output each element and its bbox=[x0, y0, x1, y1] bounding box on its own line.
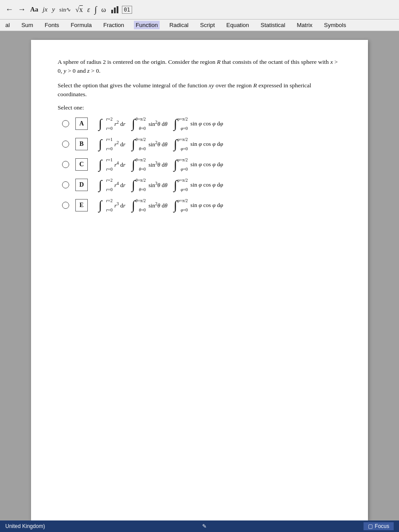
epsilon-icon[interactable]: ε bbox=[86, 5, 92, 15]
cursor-icon: ✎ bbox=[202, 523, 207, 529]
svg-rect-2 bbox=[117, 6, 118, 13]
italic-y-icon[interactable]: y bbox=[50, 5, 57, 14]
problem-text-1: A sphere of radius 2 is centered on the … bbox=[58, 58, 341, 76]
menu-sum[interactable]: Sum bbox=[20, 21, 35, 29]
options-list: A ∫ r=2 r=0 r2 dr ∫ θ=π/2 θ=0 sin bbox=[62, 117, 341, 211]
statusbar: United Kingdom) ✎ ▢ Focus bbox=[0, 520, 399, 532]
option-c-int2: ∫ θ=π/2 θ=0 bbox=[127, 158, 140, 171]
option-c-math: ∫ r=1 r=0 r4 dr ∫ θ=π/2 θ=0 sin3θ dθ ∫ φ… bbox=[94, 158, 223, 171]
menu-matrix[interactable]: Matrix bbox=[295, 21, 314, 29]
document-area: A sphere of radius 2 is centered on the … bbox=[0, 31, 399, 520]
option-c-int1: ∫ r=1 r=0 bbox=[94, 158, 106, 171]
option-d-int2: ∫ θ=π/2 θ=0 bbox=[127, 179, 140, 191]
toolbar: ← → Aa jx y sin∿ √x ε ∫ ω 01 bbox=[0, 0, 399, 20]
option-e-int2: ∫ θ=π/2 θ=0 bbox=[127, 199, 140, 211]
undo-icon[interactable]: ← bbox=[4, 4, 15, 15]
option-d-letter[interactable]: D bbox=[75, 179, 88, 191]
option-b-int3: ∫ φ=π/2 φ=0 bbox=[169, 138, 182, 150]
focus-label: Focus bbox=[375, 523, 389, 529]
option-b-int1: ∫ r=1 r=0 bbox=[94, 138, 106, 150]
option-e-int3: ∫ φ=π/2 φ=0 bbox=[169, 199, 182, 211]
focus-button[interactable]: ▢ Focus bbox=[364, 522, 394, 530]
menu-statistical[interactable]: Statistical bbox=[259, 21, 287, 29]
problem-text-2: Select the option that gives the volume … bbox=[58, 81, 341, 99]
font-aa-icon[interactable]: Aa bbox=[28, 5, 40, 14]
italic-jx-icon[interactable]: jx bbox=[41, 5, 49, 14]
menu-symbols[interactable]: Symbols bbox=[322, 21, 348, 29]
integral-icon[interactable]: ∫ bbox=[93, 4, 98, 16]
sqrt-icon[interactable]: √x bbox=[74, 5, 85, 15]
option-e-letter[interactable]: E bbox=[75, 199, 88, 211]
omega-icon[interactable]: ω bbox=[100, 5, 108, 15]
menu-equation[interactable]: Equation bbox=[225, 21, 251, 29]
menu-function[interactable]: Function bbox=[134, 21, 160, 29]
option-d-row: D ∫ r=2 r=0 r4 dr ∫ θ=π/2 θ=0 sin3θ dθ bbox=[62, 179, 341, 191]
option-d-math: ∫ r=2 r=0 r4 dr ∫ θ=π/2 θ=0 sin3θ dθ ∫ φ… bbox=[94, 179, 223, 191]
option-a-row: A ∫ r=2 r=0 r2 dr ∫ θ=π/2 θ=0 sin bbox=[62, 117, 341, 130]
redo-icon[interactable]: → bbox=[16, 4, 27, 15]
option-b-letter[interactable]: B bbox=[75, 138, 88, 150]
option-a-int1: ∫ r=2 r=0 bbox=[94, 117, 106, 130]
menu-al[interactable]: al bbox=[4, 21, 12, 29]
focus-icon: ▢ bbox=[368, 523, 373, 529]
barchart-icon[interactable] bbox=[109, 4, 121, 15]
menu-formula[interactable]: Formula bbox=[69, 21, 94, 29]
option-a-int3: ∫ φ=π/2 φ=0 bbox=[169, 117, 182, 130]
option-c-radio[interactable] bbox=[62, 161, 69, 168]
option-c-letter[interactable]: C bbox=[75, 158, 88, 171]
region-label: United Kingdom) bbox=[5, 523, 45, 529]
menu-script[interactable]: Script bbox=[198, 21, 216, 29]
sine-icon[interactable]: sin∿ bbox=[58, 5, 73, 14]
option-a-int2: ∫ θ=π/2 θ=0 bbox=[127, 117, 140, 130]
select-one-label: Select one: bbox=[58, 104, 341, 111]
menu-fraction[interactable]: Fraction bbox=[102, 21, 126, 29]
option-e-int1: ∫ r=2 r=0 bbox=[94, 199, 106, 211]
svg-rect-1 bbox=[114, 8, 116, 13]
option-c-row: C ∫ r=1 r=0 r4 dr ∫ θ=π/2 θ=0 sin3θ dθ bbox=[62, 158, 341, 171]
svg-rect-0 bbox=[111, 10, 113, 13]
option-c-int3: ∫ φ=π/2 φ=0 bbox=[169, 158, 182, 171]
option-b-radio[interactable] bbox=[62, 141, 69, 148]
page: A sphere of radius 2 is centered on the … bbox=[31, 40, 368, 520]
option-b-math: ∫ r=1 r=0 r2 dr ∫ θ=π/2 θ=0 sin2θ dθ ∫ φ… bbox=[94, 138, 223, 150]
option-b-row: B ∫ r=1 r=0 r2 dr ∫ θ=π/2 θ=0 sin2θ dθ bbox=[62, 138, 341, 150]
option-d-int3: ∫ φ=π/2 φ=0 bbox=[169, 179, 182, 191]
option-d-radio[interactable] bbox=[62, 181, 69, 188]
option-d-int1: ∫ r=2 r=0 bbox=[94, 179, 106, 191]
option-e-math: ∫ r=2 r=0 r3 dr ∫ θ=π/2 θ=0 sin2θ dθ ∫ φ… bbox=[94, 199, 223, 211]
option-a-math: ∫ r=2 r=0 r2 dr ∫ θ=π/2 θ=0 sin2θ dθ ∫ bbox=[94, 117, 223, 130]
menubar: al Sum Fonts Formula Fraction Function R… bbox=[0, 20, 399, 31]
menu-fonts[interactable]: Fonts bbox=[43, 21, 61, 29]
menu-radical[interactable]: Radical bbox=[168, 21, 190, 29]
option-a-radio[interactable] bbox=[62, 120, 69, 127]
option-b-int2: ∫ θ=π/2 θ=0 bbox=[127, 138, 140, 150]
option-e-row: E ∫ r=2 r=0 r3 dr ∫ θ=π/2 θ=0 sin2θ dθ bbox=[62, 199, 341, 211]
number-box-icon[interactable]: 01 bbox=[122, 6, 132, 14]
option-a-letter[interactable]: A bbox=[75, 117, 88, 130]
option-e-radio[interactable] bbox=[62, 202, 69, 209]
